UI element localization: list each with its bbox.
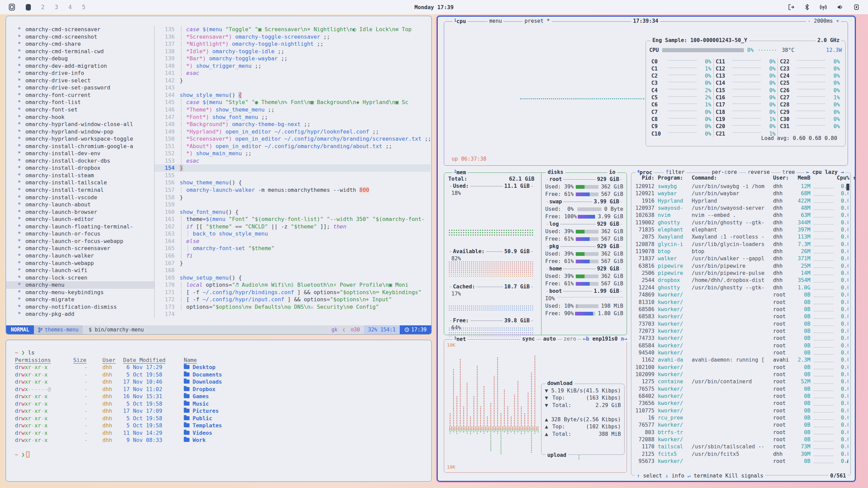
process-row[interactable]: 2125fcitx5/usr/bin/fcitx5dhh30M0.0 bbox=[633, 451, 848, 458]
file-item[interactable]: *omarchy-font-current bbox=[6, 92, 155, 99]
process-row[interactable]: 74733kworker/root0B0.0 bbox=[633, 335, 848, 342]
btop-menu-button[interactable]: menu bbox=[488, 18, 504, 24]
process-row[interactable]: 2075XwaylandXwayland :1 -rootless -dhh11… bbox=[633, 233, 848, 241]
file-item[interactable]: *omarchy-install-steam bbox=[6, 172, 155, 179]
process-row[interactable]: 2506pipewire/usr/bin/pipewire-pulsedhh14… bbox=[633, 270, 848, 277]
file-item[interactable]: *omarchy-cmd-screensaver bbox=[6, 26, 155, 33]
file-item[interactable]: *omarchy-debug bbox=[6, 55, 155, 62]
volume-icon[interactable] bbox=[836, 3, 844, 11]
workspace-5[interactable]: 5 bbox=[82, 4, 85, 11]
process-row[interactable]: 119002ghostty/usr/bin/ghostty --gtk-dhh3… bbox=[633, 219, 848, 226]
file-item[interactable]: *omarchy-drive-set-password bbox=[6, 84, 155, 92]
battery-icon[interactable] bbox=[853, 3, 860, 11]
file-item[interactable]: *omarchy-launch-wifi bbox=[6, 267, 155, 274]
directory-link[interactable]: Work bbox=[184, 436, 426, 444]
proc-reverse-button[interactable]: reverse bbox=[746, 169, 771, 175]
net-box-title[interactable]: 3net bbox=[452, 336, 468, 342]
process-row[interactable]: 16rcu_preeroot0B0.0 bbox=[633, 414, 848, 422]
process-row[interactable]: 72088kworker/root0B0.0 bbox=[633, 436, 848, 443]
workspace-2[interactable]: 2 bbox=[41, 4, 44, 11]
directory-link[interactable]: Dropbox bbox=[184, 386, 426, 393]
cpu-box-title[interactable]: 1cpu bbox=[452, 18, 468, 24]
process-row[interactable]: 120921waybar/usr/bin/waybardhh68M0.0 bbox=[633, 190, 848, 197]
prompt-line[interactable]: ~ ❯ bbox=[15, 451, 426, 459]
file-item[interactable]: *omarchy-launch-browser bbox=[6, 208, 155, 216]
mem-box-title[interactable]: 2mem bbox=[452, 169, 468, 176]
file-item[interactable]: *omarchy-font-set bbox=[6, 106, 155, 114]
file-item[interactable]: *omarchy-cmd-screenshot bbox=[6, 33, 155, 41]
process-row[interactable]: 102099kworker/root0B0.0 bbox=[633, 371, 848, 378]
proc-sort-selector[interactable]: ← cpu lazy → bbox=[804, 169, 846, 175]
process-row[interactable]: 76575kworker/root0B0.0 bbox=[633, 386, 848, 393]
process-row[interactable]: 71835elephantelephantdhh397M0.0 bbox=[633, 226, 848, 233]
process-row[interactable]: 120937swayosd-/usr/bin/swayosd-serverdhh… bbox=[633, 205, 848, 212]
process-row[interactable]: 102638nvimnvim --embed .dhh63M0.0 bbox=[633, 212, 848, 219]
file-item[interactable]: *omarchy-launch-editor bbox=[6, 216, 155, 223]
file-item[interactable]: *omarchy-cmd-share bbox=[6, 40, 155, 48]
process-row[interactable]: 12244ghostty/usr/bin/ghostty --gtk-dhh1.… bbox=[633, 284, 848, 291]
file-item[interactable]: *omarchy-hook bbox=[6, 114, 155, 121]
proc-filter-button[interactable]: filter bbox=[664, 169, 686, 175]
process-row[interactable]: 102100kworker/root0B0.0 bbox=[633, 364, 848, 371]
file-item[interactable]: *omarchy-launch-or-focus bbox=[6, 230, 155, 238]
net-auto-toggle[interactable]: auto bbox=[541, 336, 557, 342]
process-row[interactable]: 120878glycin-i/usr/lib/glycin-loadersdhh… bbox=[633, 241, 848, 248]
process-row[interactable]: 68586kworker/root0B0.0 bbox=[633, 306, 848, 313]
btop-preset-button[interactable]: preset * bbox=[523, 18, 552, 24]
process-row[interactable]: 1275containe/usr/bin/containerdroot52M0.… bbox=[633, 378, 848, 385]
file-item[interactable]: *omarchy-hyprland-workspace-toggle bbox=[6, 135, 155, 143]
app-grid-icon[interactable] bbox=[8, 3, 16, 11]
file-item[interactable]: *omarchy-install-terminal bbox=[6, 186, 155, 194]
directory-link[interactable]: Videos bbox=[184, 429, 426, 437]
process-row[interactable]: 81310kworker/root0B0.0 bbox=[633, 299, 848, 306]
file-item[interactable]: *omarchy-drive-select bbox=[6, 77, 155, 84]
process-row[interactable]: 76577kworker/root0B0.0 bbox=[633, 422, 848, 429]
file-item[interactable]: *omarchy-notification-dismiss bbox=[6, 303, 155, 311]
file-item[interactable]: *omarchy-install-chromium-google-a bbox=[6, 143, 155, 150]
net-zero-toggle[interactable]: zero bbox=[562, 336, 578, 342]
file-item[interactable]: *omarchy-launch-walker bbox=[6, 252, 155, 260]
file-item[interactable]: *omarchy-launch-floating-terminal- bbox=[6, 223, 155, 230]
file-item[interactable]: *omarchy-launch-screensaver bbox=[6, 245, 155, 252]
process-row[interactable]: 95673kworker/root0B0.0↓ bbox=[633, 458, 848, 465]
net-sync-toggle[interactable]: sync bbox=[520, 336, 536, 342]
file-item[interactable]: *omarchy-pkg-add bbox=[6, 310, 155, 318]
file-item[interactable]: *omarchy-install-dev-env bbox=[6, 150, 155, 157]
process-row[interactable]: 119078btopbtopdhh26M0.0 bbox=[633, 248, 848, 255]
workspace-4[interactable]: 4 bbox=[68, 4, 72, 11]
process-row[interactable]: 71837walker/usr/bin/walker --gappldhh371… bbox=[633, 255, 848, 262]
process-row[interactable]: 72073kworker/root0B0.0 bbox=[633, 328, 848, 335]
file-item[interactable]: *omarchy-menu-keybindings bbox=[6, 289, 155, 296]
process-row[interactable]: 2544dropbox/home/dhh/.dropbox-distdhh354… bbox=[633, 277, 848, 284]
process-row[interactable]: 68584kworker/root0B0.0 bbox=[633, 342, 848, 349]
process-row[interactable]: 68583kworker/root0B0.0 bbox=[633, 313, 848, 320]
wifi-icon[interactable] bbox=[819, 3, 827, 11]
logout-icon[interactable] bbox=[787, 3, 795, 11]
process-row[interactable]: 94540kworker/root0B0.0 bbox=[633, 349, 848, 357]
process-row[interactable]: 1916HyprlandHyprlanddhh422M0.0 bbox=[633, 198, 848, 205]
file-item[interactable]: *omarchy-font-list bbox=[6, 99, 155, 106]
file-item[interactable]: *omarchy-menu bbox=[6, 281, 155, 289]
file-item[interactable]: *omarchy-drive-info bbox=[6, 69, 155, 77]
file-item[interactable]: *omarchy-launch-or-focus-webapp bbox=[6, 238, 155, 245]
proc-tree-button[interactable]: tree bbox=[781, 169, 796, 175]
update-interval[interactable]: - 2000ms + bbox=[806, 18, 841, 24]
workspace-3[interactable]: 3 bbox=[55, 4, 58, 11]
process-row[interactable]: 120912swaybg/usr/bin/swaybg -i /homdhh12… bbox=[633, 183, 848, 190]
process-row[interactable]: 110775kworker/root0B0.0 bbox=[633, 407, 848, 414]
bluetooth-icon[interactable] bbox=[804, 3, 810, 11]
process-row[interactable]: 68402kworker/root0B0.0 bbox=[633, 393, 848, 400]
directory-link[interactable]: Games bbox=[184, 393, 426, 400]
directory-link[interactable]: Music bbox=[184, 400, 426, 408]
process-row[interactable]: 1170tailscal/usr/sbin/tailscaled --root7… bbox=[633, 443, 848, 450]
directory-link[interactable]: Pictures bbox=[184, 407, 426, 415]
file-item[interactable]: *omarchy-hyprland-window-close-all bbox=[6, 121, 155, 128]
directory-link[interactable]: Downloads bbox=[184, 378, 426, 386]
net-interface[interactable]: ←b enp191s0 n→ bbox=[581, 336, 629, 342]
file-item[interactable]: *omarchy-launch-about bbox=[6, 201, 155, 208]
proc-footer-keys[interactable]: ↑ select ↓ info ↵ terminate Kill signals bbox=[635, 473, 765, 479]
process-row[interactable]: 1162avahi-daavahi-daemon: running [avahi… bbox=[633, 357, 848, 364]
process-row[interactable]: 63816pipewire/usr/bin/pipewiredhh25M0.0 bbox=[633, 263, 848, 270]
file-item[interactable]: *omarchy-install-dropbox bbox=[6, 164, 155, 172]
proc-percore-button[interactable]: per-core bbox=[710, 169, 739, 175]
